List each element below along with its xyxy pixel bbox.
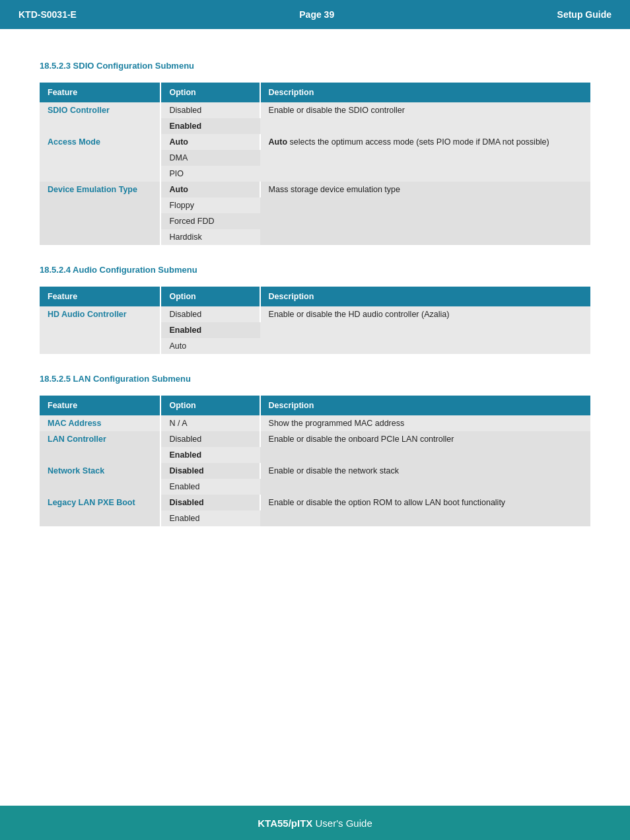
sdio-col-desc: Description	[260, 83, 590, 102]
table-row: HD Audio Controller Disabled Enable or d…	[40, 306, 590, 322]
sdio-col-feature: Feature	[40, 83, 160, 102]
header-center: Page 39	[299, 9, 334, 20]
header-left: KTD-S0031-E	[18, 9, 77, 20]
network-stack-opt2: Enabled	[160, 479, 260, 495]
network-stack-feature: Network Stack	[40, 463, 160, 495]
sdio-table: Feature Option Description SDIO Controll…	[40, 83, 590, 245]
audio-table: Feature Option Description HD Audio Cont…	[40, 287, 590, 354]
lan-controller-opt1: Disabled	[160, 431, 260, 447]
device-emulation-desc: Mass storage device emulation type	[260, 182, 590, 245]
table-row: Device Emulation Type Auto Mass storage …	[40, 182, 590, 197]
device-emulation-opt3: Forced FDD	[160, 213, 260, 229]
device-emulation-opt1: Auto	[160, 182, 260, 197]
table-row: LAN Controller Disabled Enable or disabl…	[40, 431, 590, 447]
header-right: Setup Guide	[557, 9, 612, 20]
audio-col-option: Option	[160, 287, 260, 306]
network-stack-desc: Enable or disable the network stack	[260, 463, 590, 495]
table-row: Network Stack Disabled Enable or disable…	[40, 463, 590, 479]
hd-audio-opt3: Auto	[160, 338, 260, 354]
lan-col-desc: Description	[260, 396, 590, 415]
legacy-lan-feature: Legacy LAN PXE Boot	[40, 495, 160, 526]
sdio-col-option: Option	[160, 83, 260, 102]
access-mode-opt1: Auto	[160, 134, 260, 150]
mac-address-feature: MAC Address	[40, 415, 160, 431]
table-row: SDIO Controller Disabled Enable or disab…	[40, 102, 590, 118]
hd-audio-desc: Enable or disable the HD audio controlle…	[260, 306, 590, 354]
access-mode-opt3: PIO	[160, 166, 260, 182]
hd-audio-opt1: Disabled	[160, 306, 260, 322]
device-emulation-opt2: Floppy	[160, 197, 260, 213]
mac-address-desc: Show the programmed MAC address	[260, 415, 590, 431]
sdio-controller-desc: Enable or disable the SDIO controller	[260, 102, 590, 134]
lan-controller-feature: LAN Controller	[40, 431, 160, 463]
sdio-section-heading: 18.5.2.3 SDIO Configuration Submenu	[40, 61, 590, 71]
main-content: 18.5.2.3 SDIO Configuration Submenu Feat…	[0, 29, 630, 599]
device-emulation-feature: Device Emulation Type	[40, 182, 160, 245]
access-mode-feature: Access Mode	[40, 134, 160, 182]
lan-section-heading: 18.5.2.5 LAN Configuration Submenu	[40, 374, 590, 384]
page-header: KTD-S0031-E Page 39 Setup Guide	[0, 0, 630, 29]
table-row: Access Mode Auto Auto selects the optimu…	[40, 134, 590, 150]
footer-text: KTA55/pITX User's Guide	[258, 818, 372, 829]
lan-controller-opt2: Enabled	[160, 447, 260, 463]
lan-col-option: Option	[160, 396, 260, 415]
audio-section-heading: 18.5.2.4 Audio Configuration Submenu	[40, 265, 590, 275]
table-row: MAC Address N / A Show the programmed MA…	[40, 415, 590, 431]
access-mode-desc: Auto selects the optimum access mode (se…	[260, 134, 590, 182]
lan-col-feature: Feature	[40, 396, 160, 415]
lan-table: Feature Option Description MAC Address N…	[40, 396, 590, 526]
mac-address-opt1: N / A	[160, 415, 260, 431]
sdio-controller-opt2: Enabled	[160, 118, 260, 134]
sdio-controller-feature: SDIO Controller	[40, 102, 160, 134]
hd-audio-feature: HD Audio Controller	[40, 306, 160, 354]
audio-col-feature: Feature	[40, 287, 160, 306]
page-footer: KTA55/pITX User's Guide	[0, 806, 630, 840]
sdio-controller-opt1: Disabled	[160, 102, 260, 118]
device-emulation-opt4: Harddisk	[160, 229, 260, 245]
access-mode-opt2: DMA	[160, 150, 260, 166]
audio-col-desc: Description	[260, 287, 590, 306]
legacy-lan-desc: Enable or disable the option ROM to allo…	[260, 495, 590, 526]
hd-audio-opt2: Enabled	[160, 322, 260, 338]
network-stack-opt1: Disabled	[160, 463, 260, 479]
lan-controller-desc: Enable or disable the onboard PCIe LAN c…	[260, 431, 590, 463]
table-row: Legacy LAN PXE Boot Disabled Enable or d…	[40, 495, 590, 510]
legacy-lan-opt2: Enabled	[160, 510, 260, 526]
legacy-lan-opt1: Disabled	[160, 495, 260, 510]
